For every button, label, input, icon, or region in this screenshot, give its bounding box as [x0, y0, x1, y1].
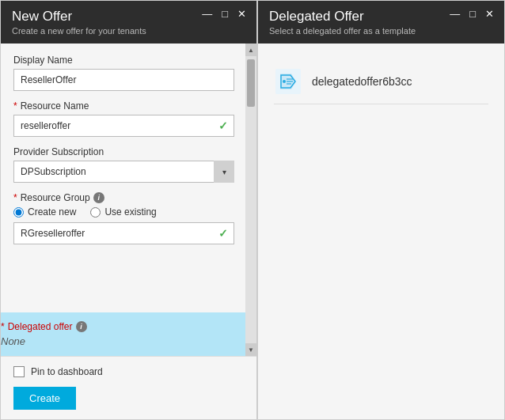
delegated-offer-value: None: [1, 335, 87, 347]
left-scrollbar[interactable]: ▲ ▼: [245, 44, 256, 356]
provider-subscription-label: Provider Subscription: [13, 146, 234, 157]
resource-group-info-icon[interactable]: i: [93, 192, 104, 203]
provider-subscription-select-wrapper: DPSubscription ▾: [13, 161, 234, 183]
scroll-thumb[interactable]: [247, 59, 255, 107]
delegated-offer-row[interactable]: * Delegated offer i None ›: [1, 312, 256, 356]
delegated-offer-panel: Delegated Offer Select a delegated offer…: [257, 0, 505, 420]
left-panel-footer: Pin to dashboard Create: [1, 356, 256, 419]
display-name-input[interactable]: [13, 69, 234, 91]
create-new-option[interactable]: Create new: [13, 206, 76, 218]
display-name-label: Display Name: [13, 55, 234, 66]
pin-label: Pin to dashboard: [31, 366, 103, 377]
right-panel-header: Delegated Offer Select a delegated offer…: [258, 1, 504, 44]
left-close-button[interactable]: ✕: [235, 9, 249, 19]
resource-name-required: *: [13, 100, 17, 112]
display-name-input-wrapper: [13, 69, 234, 91]
delegated-required-star: *: [1, 321, 5, 332]
offer-tag-icon: [274, 67, 302, 96]
resource-group-input[interactable]: [13, 222, 234, 244]
resource-group-radio-group: Create new Use existing: [13, 206, 234, 218]
left-panel-header: New Offer Create a new offer for your te…: [1, 1, 256, 44]
right-close-button[interactable]: ✕: [483, 9, 496, 19]
provider-subscription-select[interactable]: DPSubscription: [13, 161, 234, 183]
resource-name-input[interactable]: [13, 115, 234, 137]
use-existing-radio[interactable]: [90, 207, 101, 218]
resource-group-check-icon: ✓: [218, 227, 228, 240]
right-panel-body: delegatedoffer6b3cc: [258, 44, 504, 419]
scroll-down-arrow[interactable]: ▼: [245, 343, 256, 356]
resource-name-check-icon: ✓: [218, 119, 228, 132]
left-panel-body: Display Name * Resource Name ✓: [1, 44, 256, 312]
create-button[interactable]: Create: [13, 387, 76, 410]
display-name-group: Display Name: [13, 55, 234, 91]
offer-name-text: delegatedoffer6b3cc: [312, 75, 412, 88]
provider-subscription-group: Provider Subscription DPSubscription ▾: [13, 146, 234, 183]
resource-name-input-wrapper: ✓: [13, 115, 234, 137]
offer-list-item[interactable]: delegatedoffer6b3cc: [274, 59, 488, 104]
right-maximize-button[interactable]: □: [467, 9, 478, 19]
delegated-offer-label-area: * Delegated offer i None: [1, 321, 87, 347]
right-window-controls: — □ ✕: [447, 9, 496, 19]
left-window-controls: — □ ✕: [199, 9, 249, 19]
left-maximize-button[interactable]: □: [219, 9, 230, 19]
resource-group-required: *: [13, 192, 17, 203]
pin-checkbox[interactable]: [13, 366, 25, 377]
left-minimize-button[interactable]: —: [199, 9, 215, 19]
left-panel-subtitle: Create a new offer for your tenants: [12, 26, 245, 36]
scroll-up-arrow[interactable]: ▲: [245, 44, 256, 56]
create-new-radio[interactable]: [13, 207, 24, 218]
right-panel-subtitle: Select a delegated offer as a template: [269, 26, 493, 36]
resource-group-input-wrapper: ✓: [13, 222, 234, 244]
svg-point-1: [283, 80, 286, 83]
right-minimize-button[interactable]: —: [447, 9, 462, 19]
pin-row: Pin to dashboard: [13, 366, 244, 377]
delegated-offer-label: * Delegated offer i: [1, 321, 87, 332]
resource-name-group: * Resource Name ✓: [13, 100, 234, 137]
resource-group-label: * Resource Group i: [13, 192, 234, 203]
new-offer-panel: New Offer Create a new offer for your te…: [0, 0, 257, 420]
delegated-offer-info-icon[interactable]: i: [76, 321, 87, 332]
use-existing-option[interactable]: Use existing: [90, 206, 156, 218]
resource-name-label: * Resource Name: [13, 100, 234, 112]
resource-group-group: * Resource Group i Create new Use existi…: [13, 192, 234, 244]
